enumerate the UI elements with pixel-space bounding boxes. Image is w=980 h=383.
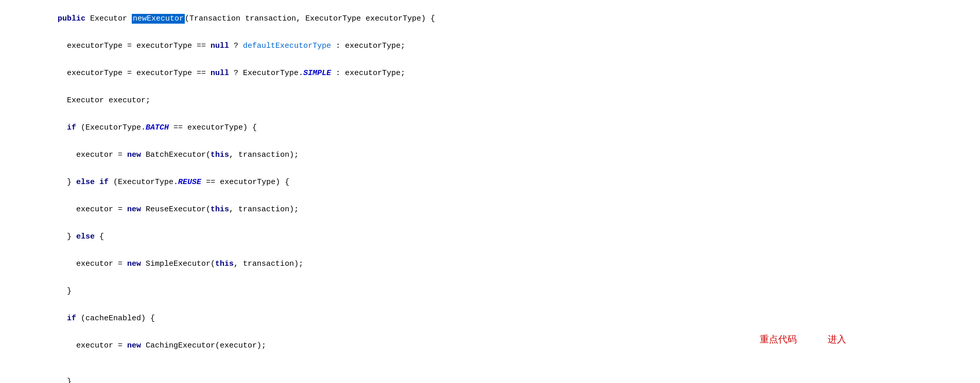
reuse-const: REUSE: [178, 178, 201, 187]
code-line-13: executor = new CachingExecutor(executor)…: [0, 332, 980, 368]
code-line-14: }: [0, 368, 980, 383]
line-number-12: [0, 305, 15, 306]
code-container: public Executor newExecutor(Transaction …: [0, 0, 980, 383]
line-content-6: executor = new BatchExecutor(this, trans…: [15, 142, 980, 168]
line-number-11: [0, 278, 15, 279]
code-line-3: executorType = executorType == null ? Ex…: [0, 60, 980, 87]
line-content-13: executor = new CachingExecutor(executor)…: [15, 333, 980, 368]
code-line-8: executor = new ReuseExecutor(this, trans…: [0, 196, 980, 223]
batch-const: BATCH: [146, 123, 169, 132]
code-line-11: }: [0, 278, 980, 305]
line-number-1: [0, 6, 15, 7]
indent: [48, 14, 58, 23]
line-content-9: } else {: [15, 224, 980, 250]
simple-const: SIMPLE: [303, 69, 331, 78]
code-line-9: } else {: [0, 223, 980, 250]
code-line-12: if (cacheEnabled) {: [0, 305, 980, 332]
line-content-3: executorType = executorType == null ? Ex…: [15, 60, 980, 86]
default-executor-link: defaultExecutorType: [243, 42, 331, 50]
line-content-7: } else if (ExecutorType.REUSE == executo…: [15, 169, 980, 195]
line-number-5: [0, 115, 15, 116]
line-content-11: }: [15, 278, 980, 304]
line-content-8: executor = new ReuseExecutor(this, trans…: [15, 196, 980, 223]
line-number-2: [0, 33, 15, 34]
annotation-key-code: 重点代码: [760, 333, 797, 345]
line-number-4: [0, 87, 15, 88]
line-content-12: if (cacheEnabled) {: [15, 305, 980, 332]
keyword-public: public: [58, 14, 85, 23]
code-line-7: } else if (ExecutorType.REUSE == executo…: [0, 169, 980, 196]
code-line-5: if (ExecutorType.BATCH == executorType) …: [0, 114, 980, 141]
code-line-10: executor = new SimpleExecutor(this, tran…: [0, 250, 980, 278]
line-content-14: }: [15, 369, 980, 383]
line-number-6: [0, 142, 15, 143]
annotation-enter: 进入: [828, 333, 846, 345]
code-line-1: public Executor newExecutor(Transaction …: [0, 5, 980, 32]
code-line-6: executor = new BatchExecutor(this, trans…: [0, 141, 980, 169]
line-number-8: [0, 196, 15, 197]
line-content-1: public Executor newExecutor(Transaction …: [15, 6, 980, 32]
code-line-4: Executor executor;: [0, 87, 980, 114]
line-content-4: Executor executor;: [15, 87, 980, 114]
line-number-9: [0, 224, 15, 225]
line-content-2: executorType = executorType == null ? de…: [15, 33, 980, 59]
line-number-13: [0, 333, 15, 334]
line-content-5: if (ExecutorType.BATCH == executorType) …: [15, 115, 980, 141]
line-number-10: [0, 251, 15, 252]
line-content-10: executor = new SimpleExecutor(this, tran…: [15, 251, 980, 277]
line-number-7: [0, 169, 15, 170]
method-highlight: newExecutor: [132, 14, 185, 24]
line-number-14: [0, 369, 15, 370]
annotation-row: 重点代码 进入: [760, 333, 846, 345]
code-line-2: executorType = executorType == null ? de…: [0, 32, 980, 60]
line-number-3: [0, 60, 15, 61]
